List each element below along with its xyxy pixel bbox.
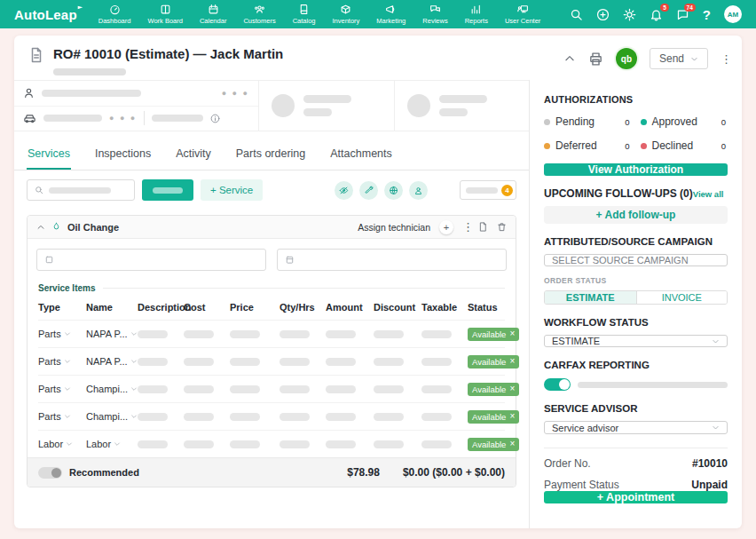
nav-item[interactable]: Reviews xyxy=(422,4,447,25)
vehicle-skeleton xyxy=(43,115,102,122)
qty-skeleton xyxy=(280,330,310,338)
view-all-link[interactable]: View all xyxy=(693,189,724,199)
car-icon xyxy=(23,112,36,125)
vehicle-menu-dots[interactable]: ● ● ● xyxy=(109,114,137,123)
tab[interactable]: Inspections xyxy=(94,142,152,170)
hide-prices-button[interactable] xyxy=(335,181,353,200)
info-icon[interactable] xyxy=(210,114,220,123)
name-select[interactable]: NAPA P... xyxy=(86,329,138,339)
tab[interactable]: Attachments xyxy=(329,142,392,170)
amount-skeleton xyxy=(326,440,356,448)
table-row: Labor Labor xyxy=(38,430,505,457)
service-kebab-menu[interactable]: ⋮ xyxy=(462,222,469,232)
carfax-toggle[interactable] xyxy=(544,378,571,391)
nav-item[interactable]: User Center xyxy=(505,4,540,25)
cost-skeleton xyxy=(184,440,214,448)
close-icon[interactable]: × xyxy=(509,384,515,393)
authorization-status: Pending 0 xyxy=(544,115,632,128)
source-campaign-select[interactable]: SELECT SOURCE CAMPAIGN xyxy=(544,254,728,266)
collapse-service-icon[interactable] xyxy=(36,223,45,232)
collapse-header-icon[interactable] xyxy=(563,52,576,65)
help-button[interactable]: ? xyxy=(703,7,711,22)
reviews-icon xyxy=(429,4,441,15)
tools-button[interactable] xyxy=(359,181,378,200)
add-service-button[interactable]: + Service xyxy=(201,179,263,201)
name-select[interactable]: NAPA P... xyxy=(86,356,138,367)
status-badge[interactable]: Available × xyxy=(468,328,519,341)
nav-item[interactable]: Inventory xyxy=(333,4,360,25)
name-select[interactable]: Labor xyxy=(86,439,138,449)
type-select[interactable]: Parts xyxy=(38,411,86,422)
name-select[interactable]: Champi... xyxy=(86,384,138,394)
send-button[interactable]: Send xyxy=(650,48,708,69)
search-icon[interactable] xyxy=(570,8,583,21)
nav-item[interactable]: Catalog xyxy=(293,4,316,25)
column-header: Taxable xyxy=(421,302,468,313)
recommended-toggle[interactable] xyxy=(38,467,62,479)
status-badge[interactable]: Available × xyxy=(468,383,519,396)
view-authorization-button[interactable]: View Authorization xyxy=(544,163,728,176)
plus-circle-icon[interactable] xyxy=(596,8,610,21)
customer-menu-dots[interactable]: ● ● ● xyxy=(222,89,249,98)
discount-skeleton xyxy=(374,330,404,338)
nav-item[interactable]: Calendar xyxy=(200,4,226,25)
type-select[interactable]: Parts xyxy=(38,329,86,339)
add-followup-button[interactable]: + Add follow-up xyxy=(544,206,728,224)
status-badge[interactable]: Available × xyxy=(468,410,519,424)
autoleap-logo[interactable]: AutoLeap xyxy=(14,7,77,22)
service-note-input[interactable] xyxy=(36,249,266,271)
nav-item[interactable]: Work Board xyxy=(147,4,182,25)
technician-button[interactable] xyxy=(409,181,428,200)
browse-button[interactable] xyxy=(384,181,403,200)
nav-item[interactable]: Customers xyxy=(243,4,275,25)
notifications-button[interactable]: 5 xyxy=(650,8,663,21)
service-date-input[interactable] xyxy=(277,249,507,271)
order-number-value: #10010 xyxy=(692,457,728,470)
primary-action-button[interactable] xyxy=(142,179,193,201)
service-search-input[interactable] xyxy=(27,179,135,201)
calendar-small-icon xyxy=(285,255,295,265)
tab[interactable]: Activity xyxy=(175,142,212,170)
messages-button[interactable]: 74 xyxy=(676,8,689,21)
cost-skeleton xyxy=(184,358,214,366)
status-badge[interactable]: Available × xyxy=(468,355,519,369)
user-avatar[interactable]: AM xyxy=(724,5,742,23)
type-select[interactable]: Parts xyxy=(38,384,86,394)
type-select[interactable]: Parts xyxy=(38,356,86,367)
status-badge[interactable]: Available × xyxy=(468,438,519,451)
close-icon[interactable]: × xyxy=(509,357,515,366)
marketing-icon xyxy=(385,4,397,15)
assign-technician-button[interactable]: Assign technician xyxy=(358,222,430,233)
invoice-segment[interactable]: INVOICE xyxy=(636,291,728,304)
contact-card-2 xyxy=(394,81,529,131)
tab[interactable]: Parts ordering xyxy=(235,142,307,170)
type-select[interactable]: Labor xyxy=(38,439,86,449)
close-icon[interactable]: × xyxy=(509,412,515,421)
close-icon[interactable]: × xyxy=(509,329,515,338)
add-item-button[interactable]: + xyxy=(439,220,453,234)
hours-input[interactable]: 4 xyxy=(460,180,516,200)
taxable-skeleton xyxy=(421,385,452,393)
nav-item[interactable]: Marketing xyxy=(376,4,406,25)
trash-icon[interactable] xyxy=(497,222,507,232)
cost-skeleton xyxy=(184,413,214,421)
workflow-status-select[interactable]: ESTIMATE xyxy=(544,335,728,348)
quickbooks-button[interactable]: qb xyxy=(616,48,637,69)
add-appointment-button[interactable]: + Appointment xyxy=(544,491,728,503)
status-dot xyxy=(641,119,647,125)
header-kebab-menu[interactable]: ⋮ xyxy=(721,54,728,64)
nav-item[interactable]: Dashboard xyxy=(98,4,131,25)
service-advisor-select[interactable]: Service advisor xyxy=(544,421,728,434)
gear-icon[interactable] xyxy=(623,8,636,21)
name-select[interactable]: Champi... xyxy=(86,411,138,422)
tab[interactable]: Services xyxy=(27,142,71,170)
column-header: Type xyxy=(38,302,86,313)
note-icon[interactable] xyxy=(478,222,488,232)
estimate-segment[interactable]: ESTIMATE xyxy=(545,291,636,304)
print-icon[interactable] xyxy=(588,52,603,67)
search-icon xyxy=(35,186,43,194)
chevron-down-icon xyxy=(712,424,720,432)
nav-item[interactable]: Reports xyxy=(465,4,488,25)
close-icon[interactable]: × xyxy=(509,440,515,448)
discount-skeleton xyxy=(374,385,404,393)
